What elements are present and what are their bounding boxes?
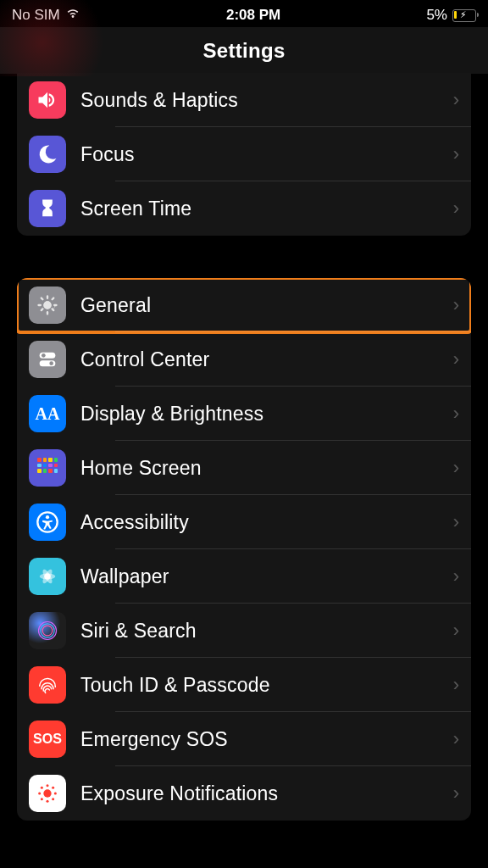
chevron-right-icon: › — [453, 511, 459, 533]
focus-icon — [29, 136, 66, 173]
row-general[interactable]: General › — [17, 278, 471, 332]
row-label: General — [80, 294, 446, 317]
control-center-icon — [29, 341, 66, 378]
chevron-right-icon: › — [453, 89, 459, 111]
battery-percent: 5% — [426, 7, 447, 24]
chevron-right-icon: › — [453, 294, 459, 316]
svg-point-28 — [41, 787, 43, 789]
screentime-icon — [29, 190, 66, 227]
row-label: Emergency SOS — [80, 728, 446, 751]
settings-group-2: General › Control Center › AA Display & … — [17, 278, 471, 821]
svg-rect-3 — [47, 311, 48, 315]
row-label: Touch ID & Passcode — [80, 674, 446, 697]
row-sos[interactable]: SOS Emergency SOS › — [17, 712, 471, 766]
status-bar: No SIM 2:08 PM 5% ⚡︎ — [0, 0, 488, 27]
chevron-right-icon: › — [453, 565, 459, 587]
touchid-icon — [29, 666, 66, 704]
page-title: Settings — [202, 39, 285, 63]
wifi-icon — [65, 7, 80, 24]
row-label: Exposure Notifications — [80, 782, 446, 805]
wallpaper-icon — [29, 558, 66, 595]
row-wallpaper[interactable]: Wallpaper › — [17, 549, 471, 604]
row-label: Control Center — [80, 348, 446, 371]
row-display[interactable]: AA Display & Brightness › — [17, 387, 471, 441]
chevron-right-icon: › — [453, 348, 459, 370]
battery-icon: ⚡︎ — [452, 9, 476, 22]
svg-point-30 — [41, 798, 43, 800]
svg-point-11 — [42, 353, 46, 358]
exposure-icon — [29, 775, 66, 812]
svg-rect-5 — [53, 304, 58, 306]
svg-point-29 — [52, 787, 54, 789]
aa-glyph: AA — [36, 404, 60, 424]
row-home-screen[interactable]: Home Screen › — [17, 441, 471, 495]
svg-point-26 — [38, 792, 41, 794]
row-label: Siri & Search — [80, 620, 446, 643]
svg-rect-6 — [40, 297, 44, 301]
siri-icon — [29, 612, 66, 649]
row-sounds[interactable]: Sounds & Haptics › — [17, 73, 471, 127]
chevron-right-icon: › — [453, 403, 459, 425]
svg-point-23 — [43, 789, 51, 797]
svg-rect-2 — [47, 295, 48, 299]
svg-point-20 — [39, 622, 57, 640]
svg-point-22 — [42, 626, 53, 636]
row-label: Sounds & Haptics — [80, 89, 446, 112]
accessibility-icon — [29, 504, 66, 541]
row-label: Home Screen — [80, 457, 446, 480]
chevron-right-icon: › — [453, 457, 459, 479]
row-control-center[interactable]: Control Center › — [17, 332, 471, 387]
sounds-icon — [29, 81, 66, 119]
row-label: Focus — [80, 143, 446, 166]
general-icon — [29, 287, 66, 324]
svg-point-27 — [54, 792, 57, 794]
chevron-right-icon: › — [453, 674, 459, 696]
clock: 2:08 PM — [226, 7, 280, 24]
row-exposure[interactable]: Exposure Notifications › — [17, 766, 471, 821]
row-focus[interactable]: Focus › — [17, 127, 471, 181]
svg-rect-7 — [51, 308, 55, 312]
svg-point-24 — [46, 784, 48, 787]
svg-rect-8 — [51, 297, 55, 301]
chevron-right-icon: › — [453, 198, 459, 220]
sos-glyph: SOS — [33, 732, 62, 747]
svg-rect-9 — [40, 308, 44, 312]
svg-point-1 — [43, 301, 51, 309]
chevron-right-icon: › — [453, 143, 459, 165]
row-label: Wallpaper — [80, 565, 446, 588]
svg-point-25 — [46, 800, 48, 803]
svg-point-13 — [49, 361, 53, 365]
svg-point-31 — [52, 798, 54, 800]
carrier-text: No SIM — [12, 7, 60, 24]
row-label: Display & Brightness — [80, 403, 446, 426]
svg-point-15 — [46, 515, 49, 519]
row-label: Accessibility — [80, 511, 446, 534]
row-label: Screen Time — [80, 198, 446, 220]
home-screen-icon — [29, 449, 66, 487]
row-siri[interactable]: Siri & Search › — [17, 604, 471, 658]
display-icon: AA — [29, 395, 66, 432]
svg-rect-4 — [37, 304, 42, 306]
row-accessibility[interactable]: Accessibility › — [17, 495, 471, 549]
row-screentime[interactable]: Screen Time › — [17, 181, 471, 236]
row-touchid[interactable]: Touch ID & Passcode › — [17, 658, 471, 712]
sos-icon: SOS — [29, 721, 66, 758]
settings-group-1: Sounds & Haptics › Focus › Screen Time › — [17, 73, 471, 236]
chevron-right-icon: › — [453, 620, 459, 642]
chevron-right-icon: › — [453, 728, 459, 750]
nav-header: Settings — [0, 27, 488, 75]
chevron-right-icon: › — [453, 782, 459, 804]
